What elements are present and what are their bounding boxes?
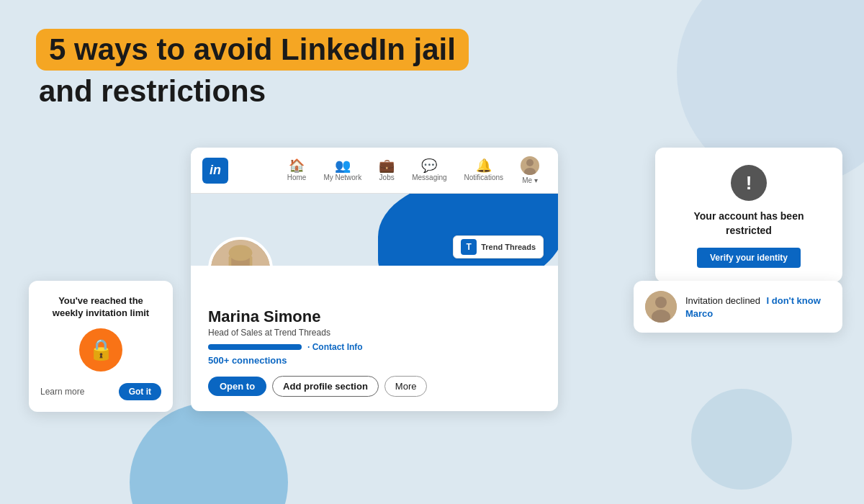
nav-label-jobs: Jobs xyxy=(379,174,395,181)
more-button[interactable]: More xyxy=(384,376,428,397)
invitation-declined-text: Invitation declined xyxy=(685,295,760,306)
title-line1: 5 ways to avoid LinkedIn jail xyxy=(49,32,456,66)
title-area: 5 ways to avoid LinkedIn jail and restri… xyxy=(36,29,469,110)
linkedin-logo: in xyxy=(202,158,228,184)
profile-buttons: Open to Add profile section More xyxy=(208,376,541,397)
svg-point-5 xyxy=(229,245,253,261)
svg-point-1 xyxy=(524,168,536,175)
network-icon: 👥 xyxy=(335,159,351,172)
profile-avatar-image xyxy=(211,237,270,266)
svg-point-9 xyxy=(655,297,667,308)
lock-icon: 🔒 xyxy=(89,338,114,361)
nav-label-me: Me ▾ xyxy=(522,176,538,184)
me-avatar xyxy=(521,156,539,175)
nav-label-network: My Network xyxy=(323,174,361,181)
svg-rect-6 xyxy=(229,256,232,266)
home-icon: 🏠 xyxy=(289,159,305,172)
verify-identity-button[interactable]: Verify your identity xyxy=(697,248,801,268)
svg-rect-7 xyxy=(250,256,253,266)
connections-count[interactable]: 500+ connections xyxy=(208,355,541,366)
lock-icon-wrap: 🔒 xyxy=(79,328,122,372)
weekly-limit-title: You've reached theweekly invitation limi… xyxy=(40,295,161,320)
profile-headline: Head of Sales at Trend Threads xyxy=(208,328,541,338)
nav-label-messaging: Messaging xyxy=(412,174,446,181)
invitation-person-avatar xyxy=(645,291,677,323)
nav-item-home[interactable]: 🏠 Home xyxy=(280,156,314,184)
weekly-limit-footer: Learn more Got it xyxy=(40,383,161,400)
restricted-card: ! Your account has been restricted Verif… xyxy=(655,148,842,282)
contact-info-link[interactable]: · Contact Info xyxy=(307,342,363,352)
jobs-icon: 💼 xyxy=(379,159,395,172)
nav-item-jobs[interactable]: 💼 Jobs xyxy=(372,156,402,184)
nav-item-notifications[interactable]: 🔔 Notifications xyxy=(457,156,510,184)
profile-contact-row: · Contact Info xyxy=(208,342,541,352)
nav-label-notifications: Notifications xyxy=(464,174,503,181)
notifications-icon: 🔔 xyxy=(476,159,492,172)
contact-bar xyxy=(208,344,302,350)
linkedin-profile-card: in 🏠 Home 👥 My Network 💼 Jobs 💬 Messagin… xyxy=(191,148,558,411)
nav-item-network[interactable]: 👥 My Network xyxy=(316,156,369,184)
title-line2: and restrictions xyxy=(36,73,469,109)
trend-badge-label: Trend Threads xyxy=(481,243,536,251)
invitation-text-area: Invitation declined I don't know Marco xyxy=(685,294,831,320)
open-to-button[interactable]: Open to xyxy=(208,377,266,396)
title-highlight: 5 ways to avoid LinkedIn jail xyxy=(36,29,469,71)
profile-banner: T Trend Threads xyxy=(191,194,558,266)
messaging-icon: 💬 xyxy=(421,159,437,172)
invitation-declined-card: Invitation declined I don't know Marco xyxy=(634,281,842,333)
got-it-button[interactable]: Got it xyxy=(119,383,161,400)
profile-name: Marina Simone xyxy=(208,307,541,326)
add-profile-section-button[interactable]: Add profile section xyxy=(272,376,379,397)
profile-avatar-wrap xyxy=(208,237,273,266)
weekly-limit-card: You've reached theweekly invitation limi… xyxy=(29,281,173,412)
avatar-image xyxy=(521,156,539,175)
nav-item-messaging[interactable]: 💬 Messaging xyxy=(405,156,454,184)
restricted-icon: ! xyxy=(731,165,767,201)
profile-avatar xyxy=(208,237,273,266)
bg-shape-bottom-left xyxy=(130,403,288,504)
restricted-title: Your account has been restricted xyxy=(670,210,828,238)
nav-label-home: Home xyxy=(287,174,307,181)
profile-info: Marina Simone Head of Sales at Trend Thr… xyxy=(191,266,558,411)
svg-point-0 xyxy=(526,159,534,166)
learn-more-link[interactable]: Learn more xyxy=(40,387,84,397)
nav-items: 🏠 Home 👥 My Network 💼 Jobs 💬 Messaging 🔔… xyxy=(240,153,546,187)
bg-shape-bottom-right xyxy=(691,389,792,490)
trend-badge: T Trend Threads xyxy=(453,235,544,258)
trend-badge-icon: T xyxy=(461,239,477,255)
linkedin-nav: in 🏠 Home 👥 My Network 💼 Jobs 💬 Messagin… xyxy=(191,148,558,194)
nav-item-me[interactable]: Me ▾ xyxy=(513,153,546,187)
invitation-avatar xyxy=(645,291,677,323)
